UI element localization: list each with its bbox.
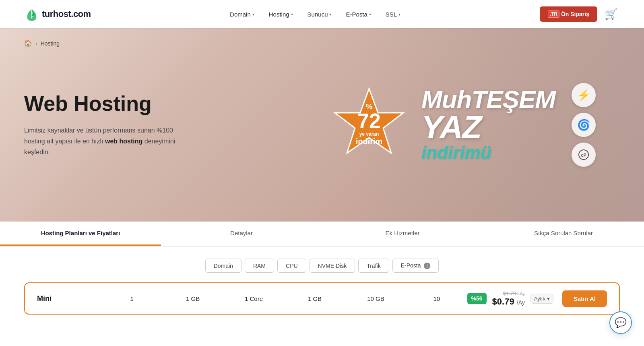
star-text: % 72 ye varan indirim [356, 103, 383, 146]
cart-button[interactable]: 🛒 [602, 6, 620, 23]
hero-promo: % 72 ye varan indirim MuhTEŞEM YAZ indir… [329, 83, 596, 167]
breadcrumb-separator: › [35, 40, 37, 47]
plan-nvme-val: 1 GB [299, 295, 331, 302]
eposta-info-icon[interactable]: i [424, 263, 430, 269]
nav-ssl-chevron: ▾ [398, 12, 400, 17]
tab-details[interactable]: Detaylar [161, 222, 322, 246]
plan-domain-val: 1 [116, 295, 148, 302]
nav-sunucu[interactable]: Sunucu ▾ [302, 8, 337, 21]
promo-text-group: MuhTEŞEM YAZ indirimü [421, 87, 555, 163]
promo-muhtes: MuhTEŞEM [421, 87, 555, 112]
nav-hosting-chevron: ▾ [291, 12, 293, 17]
original-price-mini: $1.79 / Ay [503, 290, 524, 296]
filter-row: Domain RAM CPU NVME Disk Trafik E-Posta … [24, 259, 620, 273]
nav-ssl[interactable]: SSL ▾ [380, 8, 406, 21]
filter-ram[interactable]: RAM [245, 259, 274, 273]
tab-plans[interactable]: Hosting Planları ve Fiyatları [0, 222, 161, 246]
plan-specs-mini: 1 1 GB 1 Core 1 GB 10 GB 10 [101, 295, 467, 302]
filter-domain[interactable]: Domain [205, 259, 242, 273]
logo[interactable]: turhost.com [24, 6, 91, 22]
nav-eposta[interactable]: E-Posta ▾ [340, 8, 376, 21]
hero-content: Web Hosting Limitsiz kaynaklar ve üstün … [0, 92, 177, 158]
header: turhost.com Domain ▾ Hosting ▾ Sunucu ▾ … [0, 0, 644, 28]
plan-ram-val: 1 GB [177, 295, 209, 302]
breadcrumb: 🏠 › Hosting [24, 39, 60, 47]
plan-cpu-val: 1 Core [238, 295, 270, 302]
current-price-mini: $0.79 /Ay [492, 296, 525, 307]
chat-icon: 💬 [615, 317, 627, 327]
plan-trafik-val: 10 GB [359, 295, 392, 302]
tab-additional[interactable]: Ek Hizmetler [322, 222, 483, 246]
header-actions: .TR Ön Sipariş 🛒 [540, 6, 620, 23]
plan-pricing-mini: %56 $1.79 / Ay $0.79 /Ay Aylık ▾ Satın A… [467, 290, 607, 307]
nav-domain[interactable]: Domain ▾ [224, 8, 260, 21]
filter-nvme[interactable]: NVME Disk [310, 259, 355, 273]
svg-text:cP: cP [581, 153, 586, 157]
hero-description: Limitsiz kaynaklar ve üstün performans s… [24, 125, 177, 158]
hero-banner: 🏠 › Hosting Web Hosting Limitsiz kaynakl… [0, 28, 644, 222]
plan-eposta-val: 10 [421, 295, 453, 302]
nav-sunucu-chevron: ▾ [329, 12, 331, 17]
tab-faq[interactable]: Sıkça Sorulan Sorular [483, 222, 644, 246]
promo-indirimi: indirimü [421, 143, 555, 163]
filter-eposta[interactable]: E-Posta i [392, 259, 439, 273]
nav-eposta-chevron: ▾ [369, 12, 371, 17]
cart-icon: 🛒 [605, 8, 617, 20]
main-nav: Domain ▾ Hosting ▾ Sunucu ▾ E-Posta ▾ SS… [224, 8, 406, 21]
logo-text: turhost.com [42, 9, 91, 19]
promo-yaz: YAZ [421, 112, 555, 143]
discount-badge-mini: %56 [467, 293, 487, 304]
filter-trafik[interactable]: Trafik [358, 259, 389, 273]
promo-icons: ⚡ 🌀 cP [572, 83, 596, 167]
tr-badge: .TR [548, 10, 559, 18]
promo-icon-spiral: 🌀 [572, 113, 596, 137]
buy-button-mini[interactable]: Satın Al [562, 290, 607, 307]
nav-domain-chevron: ▾ [252, 12, 254, 17]
promo-icon-cpanel: cP [572, 143, 596, 167]
main-content: Domain RAM CPU NVME Disk Trafik E-Posta … [0, 247, 644, 327]
plan-name-mini: Mini [37, 294, 101, 303]
order-button[interactable]: .TR Ön Sipariş [540, 6, 597, 22]
tabs-bar: Hosting Planları ve Fiyatları Detaylar E… [0, 222, 644, 247]
price-selector-chevron: ▾ [547, 296, 550, 302]
breadcrumb-current: Hosting [41, 40, 60, 47]
price-period-selector[interactable]: Aylık ▾ [530, 294, 553, 304]
breadcrumb-home-icon[interactable]: 🏠 [24, 39, 32, 47]
promo-star-badge: % 72 ye varan indirim [329, 85, 409, 165]
filter-cpu[interactable]: CPU [277, 259, 306, 273]
price-block-mini: $1.79 / Ay $0.79 /Ay [492, 290, 525, 307]
nav-hosting[interactable]: Hosting ▾ [263, 8, 299, 21]
plan-card-mini: Mini 1 1 GB 1 Core 1 GB 10 GB 10 %56 $1.… [24, 282, 620, 315]
hero-title: Web Hosting [24, 92, 177, 115]
promo-icon-bolt: ⚡ [572, 83, 596, 107]
